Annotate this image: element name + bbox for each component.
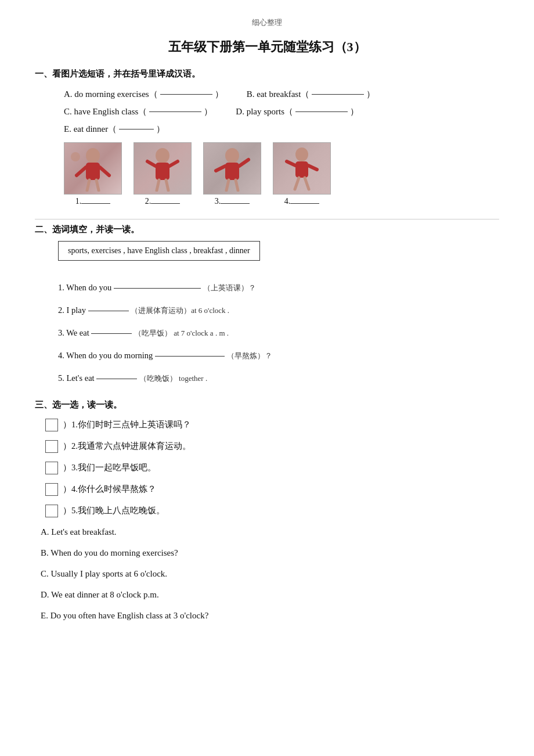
image-4 xyxy=(273,142,331,195)
fill-q4-after: （早熬炼）？ xyxy=(227,351,272,360)
option-c-bracket xyxy=(149,111,201,112)
svg-point-0 xyxy=(86,148,100,163)
svg-line-10 xyxy=(169,161,178,166)
match-q4-blank[interactable] xyxy=(45,483,58,496)
svg-point-6 xyxy=(71,152,80,161)
option-d-paren-close: ） xyxy=(350,103,359,120)
answer-d: D. We eat dinner at 8 o'clock p.m. xyxy=(41,588,499,602)
svg-line-12 xyxy=(166,180,168,190)
num-1: 1. xyxy=(64,197,122,206)
svg-line-21 xyxy=(287,161,295,165)
fill-q1-before: 1. When do you xyxy=(58,283,111,292)
fill-q1-after: （上英语课）？ xyxy=(203,283,256,292)
match-q1-text: ）1.你们时时三点钟上英语课吗？ xyxy=(63,416,191,433)
match-q4-text: ）4.你什么时候早熬炼？ xyxy=(63,481,156,498)
blank-1[interactable] xyxy=(81,203,110,204)
top-label: 细心整理 xyxy=(35,17,499,28)
match-q1-blank[interactable] xyxy=(45,419,58,431)
fill-q4-before: 4. When do you do morning xyxy=(58,351,153,360)
fill-q2: 2. I play （进展体育运动）at 6 o'clock . xyxy=(58,302,499,319)
blank-2[interactable] xyxy=(151,203,180,204)
svg-line-2 xyxy=(77,167,86,175)
answer-a: A. Let's eat breakfast. xyxy=(41,525,499,539)
option-b-bracket xyxy=(312,94,364,95)
option-a-bracket xyxy=(160,94,212,95)
image-3 xyxy=(203,142,261,195)
fill-q1: 1. When do you （上英语课）？ xyxy=(58,279,499,296)
section1-title: 一、看图片选短语，并在括号里译成汉语。 xyxy=(35,69,499,80)
option-c-paren-close: ） xyxy=(204,103,212,120)
word-box: sports, exercises , have English class ,… xyxy=(58,241,260,261)
image-2 xyxy=(134,142,192,195)
section3-title: 三、选一选，读一读。 xyxy=(35,399,499,411)
fill-q2-before: 2. I play xyxy=(58,305,86,315)
option-a-label: A. do morning exercises xyxy=(64,85,149,103)
option-d-paren-open: （ xyxy=(284,103,293,120)
option-d-label: D. play sports xyxy=(236,103,284,120)
figure-3-svg xyxy=(209,145,255,192)
fill-q3-after: （吃早饭） at 7 o'clock a . m . xyxy=(134,329,229,337)
figure-2-svg xyxy=(139,145,186,192)
image-1 xyxy=(64,142,122,195)
match-q1: ）1.你们时时三点钟上英语课吗？ xyxy=(41,416,499,433)
svg-rect-20 xyxy=(295,161,308,178)
svg-line-16 xyxy=(239,160,248,166)
answer-c: C. Usually I play sports at 6 o'clock. xyxy=(41,567,499,581)
match-q2-text: ）2.我通常六点钟进展体育运动。 xyxy=(63,438,191,455)
options-row-3: E. eat dinner （ ） xyxy=(64,120,499,138)
svg-point-19 xyxy=(295,147,308,161)
svg-line-22 xyxy=(308,165,317,170)
option-e-bracket xyxy=(119,129,154,129)
section2-title: 二、选词填空，并读一读。 xyxy=(35,224,499,235)
option-c-label: C. have English class xyxy=(64,103,138,120)
fill-q4-blank[interactable] xyxy=(155,356,225,357)
fill-q3-blank[interactable] xyxy=(91,333,132,334)
fill-q5-blank[interactable] xyxy=(96,379,137,379)
svg-line-5 xyxy=(96,180,99,190)
divider-1 xyxy=(35,219,499,219)
svg-point-7 xyxy=(156,148,169,163)
fill-q1-blank[interactable] xyxy=(114,288,201,289)
svg-point-13 xyxy=(225,148,239,163)
match-q5-text: ）5.我们晚上八点吃晚饭。 xyxy=(63,502,165,519)
figure-1-svg xyxy=(70,145,116,192)
main-title: 五年级下册第一单元随堂练习（3） xyxy=(35,38,499,56)
option-a-paren-open: （ xyxy=(149,85,158,103)
svg-line-4 xyxy=(87,180,89,190)
option-d: D. play sports （ ） xyxy=(236,103,359,120)
fill-q4: 4. When do you do morning （早熬炼）？ xyxy=(58,347,499,364)
blank-4[interactable] xyxy=(290,203,319,204)
num-4: 4. xyxy=(273,197,331,206)
option-a: A. do morning exercises （ ） xyxy=(64,85,223,103)
svg-rect-14 xyxy=(225,163,239,180)
fill-q5: 5. Let's eat （吃晚饭） together . xyxy=(58,370,499,387)
svg-line-11 xyxy=(157,180,159,190)
blank-3[interactable] xyxy=(221,203,250,204)
numbering-row: 1. 2. 3. 4. xyxy=(64,197,499,206)
images-row xyxy=(64,142,499,195)
match-q2-blank[interactable] xyxy=(45,440,58,453)
fill-q2-blank[interactable] xyxy=(88,311,129,311)
svg-rect-8 xyxy=(156,163,169,180)
option-b-label: B. eat breakfast xyxy=(247,85,301,103)
fill-q5-after: （吃晚饭） together . xyxy=(139,374,207,383)
option-c-paren-open: （ xyxy=(138,103,147,120)
svg-line-18 xyxy=(236,180,238,190)
answer-b: B. When do you do morning exercises? xyxy=(41,546,499,560)
fill-q3-before: 3. We eat xyxy=(58,328,89,337)
match-q3-blank[interactable] xyxy=(45,462,58,474)
answer-list: A. Let's eat breakfast. B. When do you d… xyxy=(41,525,499,622)
options-row-2: C. have English class （ ） D. play sports… xyxy=(64,103,499,120)
word-box-wrapper: sports, exercises , have English class ,… xyxy=(46,241,499,270)
option-e: E. eat dinner （ ） xyxy=(64,120,165,138)
option-b: B. eat breakfast （ ） xyxy=(247,85,376,103)
svg-line-15 xyxy=(216,166,225,171)
num-2: 2. xyxy=(134,197,192,206)
match-q5-blank[interactable] xyxy=(45,505,58,517)
option-b-paren-open: （ xyxy=(301,85,309,103)
svg-line-24 xyxy=(305,178,309,189)
svg-rect-1 xyxy=(86,163,100,180)
match-q3-text: ）3.我们一起吃早饭吧。 xyxy=(63,459,156,476)
num-3: 3. xyxy=(203,197,261,206)
section1: 一、看图片选短语，并在括号里译成汉语。 A. do morning exerci… xyxy=(35,69,499,206)
